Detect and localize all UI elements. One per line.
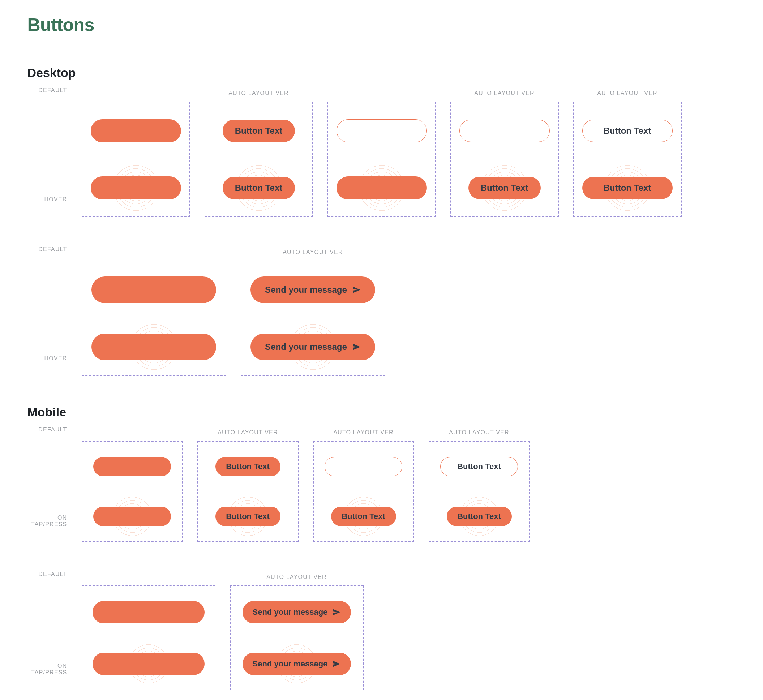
frame-mobile-outline-blank: Button Text <box>313 441 414 542</box>
button-m-solid-default[interactable] <box>93 457 171 476</box>
desktop-row-1: DEFAULT HOVER AUTO LAYOUT VER Button Tex… <box>28 87 736 217</box>
col-header-auto-layout: AUTO LAYOUT VER <box>217 428 278 437</box>
col-header-auto-layout: AUTO LAYOUT VER <box>266 572 327 582</box>
col-header-auto-layout: AUTO LAYOUT VER <box>333 428 393 437</box>
desktop-row-2: DEFAULT HOVER AUTO LAYOUT VER Send your … <box>28 246 736 376</box>
paper-plane-icon <box>352 286 361 294</box>
section-mobile-title: Mobile <box>28 405 736 419</box>
button-m-solid-text-default[interactable]: Button Text <box>216 457 280 476</box>
row-label-hover: HOVER <box>44 196 67 203</box>
frame-mobile-outline-text: Button Text Button Text <box>429 441 530 542</box>
title-divider <box>28 40 736 41</box>
button-label: Button Text <box>604 183 651 193</box>
row-label-hover: HOVER <box>44 355 67 362</box>
button-send-default[interactable]: Send your message <box>250 277 375 303</box>
button-label: Button Text <box>226 462 270 471</box>
button-m-outline-text-default[interactable]: Button Text <box>440 457 518 476</box>
button-m-wide-press-wrap <box>92 653 205 675</box>
button-send-hover[interactable]: Send your message <box>250 334 375 360</box>
frame-desktop-wide-blank <box>82 261 226 376</box>
col-header-auto-layout: AUTO LAYOUT VER <box>474 89 534 98</box>
button-m-outline-default[interactable] <box>325 457 402 476</box>
frame-mobile-solid-text: Button Text Button Text <box>197 441 299 542</box>
button-outline-text-default[interactable]: Button Text <box>582 120 672 142</box>
button-label: Button Text <box>235 183 283 193</box>
button-m-send-press[interactable]: Send your message <box>242 653 351 675</box>
frame-desktop-outline-text-b: Button Text Button Text <box>573 102 682 217</box>
button-solid-text-hover[interactable]: Button Text <box>223 177 295 199</box>
button-outline-hover[interactable] <box>336 177 427 200</box>
col-header-auto-layout: AUTO LAYOUT VER <box>449 428 509 437</box>
button-label: Send your message <box>253 659 328 669</box>
button-label: Send your message <box>253 608 328 617</box>
col-header-auto-layout: AUTO LAYOUT VER <box>597 89 657 98</box>
row-label-default: DEFAULT <box>38 427 67 433</box>
button-outline-default[interactable] <box>336 119 427 142</box>
button-m-outline-text-press[interactable]: Button Text <box>447 507 512 526</box>
button-outline-a-hover[interactable]: Button Text <box>468 177 541 199</box>
mobile-row-2: DEFAULT ON TAP/PRESS AUTO LAYOUT VER Sen… <box>28 571 736 690</box>
button-solid-hover-wrap <box>91 177 181 200</box>
col-header-auto-layout: AUTO LAYOUT VER <box>228 89 288 98</box>
button-m-solid-text-press-wrap: Button Text <box>216 507 280 526</box>
col-header-auto-layout: AUTO LAYOUT VER <box>283 248 342 257</box>
row-label-default: DEFAULT <box>38 246 67 253</box>
button-m-send-default[interactable]: Send your message <box>242 601 351 623</box>
button-label: Send your message <box>265 342 347 352</box>
frame-desktop-outline-blank <box>327 102 436 217</box>
row-label-on-tap: ON TAP/PRESS <box>28 663 67 676</box>
button-m-outline-text-press-wrap: Button Text <box>447 507 512 526</box>
button-label: Button Text <box>342 512 385 521</box>
button-m-send-press-wrap: Send your message <box>242 653 351 675</box>
button-wide-default[interactable] <box>91 277 216 303</box>
button-label: Button Text <box>481 183 528 193</box>
paper-plane-icon <box>332 659 341 668</box>
button-m-solid-press-wrap <box>93 507 171 526</box>
frame-mobile-wide-blank <box>82 586 216 690</box>
frame-desktop-solid-blank <box>82 102 190 217</box>
frame-mobile-solid-blank <box>82 441 183 542</box>
page-title: Buttons <box>28 14 736 35</box>
button-solid-text-default[interactable]: Button Text <box>223 120 295 142</box>
frame-desktop-solid-text: Button Text Button Text <box>205 102 313 217</box>
row-label-on-tap: ON TAP/PRESS <box>28 515 67 528</box>
mobile-row-1: DEFAULT ON TAP/PRESS AUTO LAYOUT VER But… <box>28 427 736 542</box>
button-m-wide-press[interactable] <box>92 653 205 675</box>
button-m-outline-press-wrap: Button Text <box>331 507 396 526</box>
button-m-solid-text-press[interactable]: Button Text <box>216 507 280 526</box>
button-wide-hover[interactable] <box>91 334 216 360</box>
button-outline-text-hover-wrap: Button Text <box>468 177 541 199</box>
paper-plane-icon <box>352 342 361 351</box>
button-outline-b-hover[interactable]: Button Text <box>582 177 672 199</box>
button-solid-default[interactable] <box>91 119 181 142</box>
frame-desktop-outline-text-a: Button Text <box>450 102 559 217</box>
button-outline-blank-default[interactable] <box>460 120 550 142</box>
row-label-default: DEFAULT <box>38 571 67 578</box>
section-desktop-title: Desktop <box>28 66 736 80</box>
button-outline-text-b-hover-wrap: Button Text <box>582 177 672 199</box>
button-label: Send your message <box>265 285 347 295</box>
paper-plane-icon <box>332 608 341 617</box>
frame-desktop-send: Send your message Send your message <box>241 261 385 376</box>
button-wide-hover-wrap <box>91 334 216 360</box>
button-m-solid-press[interactable] <box>93 507 171 526</box>
button-send-hover-wrap: Send your message <box>250 334 375 360</box>
button-label: Button Text <box>226 512 270 521</box>
button-solid-hover[interactable] <box>91 177 181 200</box>
button-label: Button Text <box>604 126 651 136</box>
row-label-default: DEFAULT <box>38 87 67 94</box>
button-label: Button Text <box>457 512 501 521</box>
button-m-wide-default[interactable] <box>92 601 205 623</box>
button-label: Button Text <box>457 462 501 471</box>
frame-mobile-send: Send your message Send your message <box>230 586 364 690</box>
button-solid-text-hover-wrap: Button Text <box>223 177 295 199</box>
button-label: Button Text <box>235 126 283 136</box>
button-m-outline-press[interactable]: Button Text <box>331 507 396 526</box>
button-outline-hover-wrap <box>336 177 427 200</box>
